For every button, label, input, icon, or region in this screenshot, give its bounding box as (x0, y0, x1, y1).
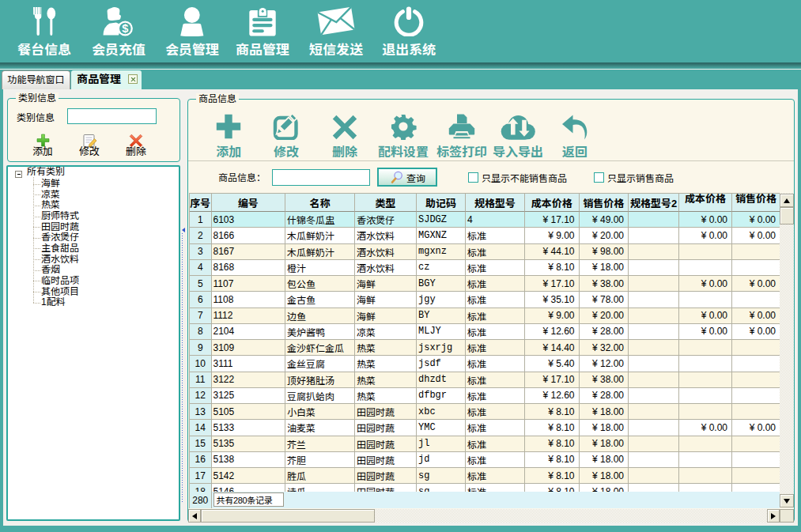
svg-text:$: $ (122, 22, 128, 35)
